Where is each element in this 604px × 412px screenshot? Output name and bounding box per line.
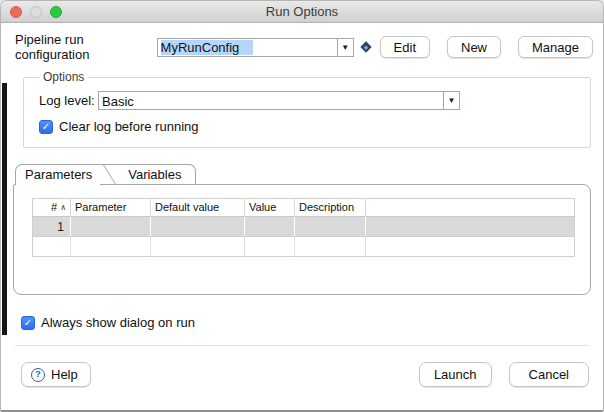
minimize-button[interactable]: [30, 6, 42, 18]
table-header-row: #∧ Parameter Default value Value Descrip…: [33, 199, 575, 217]
column-header-value[interactable]: Value: [245, 199, 295, 217]
always-show-checkbox[interactable]: ✓: [21, 316, 35, 330]
clear-log-checkbox[interactable]: ✓: [39, 120, 53, 134]
parameters-tab-area: Parameters Variables #∧ Parameter Defaul…: [13, 164, 591, 295]
parameters-panel: #∧ Parameter Default value Value Descrip…: [13, 184, 591, 295]
options-group: Options Log level: Basic ▼ ✓ Clear log b…: [23, 70, 591, 148]
cell-value[interactable]: [245, 217, 295, 237]
cell-description[interactable]: [295, 217, 366, 237]
column-header-parameter[interactable]: Parameter: [71, 199, 151, 217]
tab-variables[interactable]: Variables: [122, 165, 195, 185]
options-legend: Options: [39, 70, 88, 84]
parameters-table[interactable]: #∧ Parameter Default value Value Descrip…: [32, 198, 575, 257]
selected-text[interactable]: MyRunConfig: [161, 40, 254, 55]
run-config-combobox[interactable]: MyRunConfig ▼: [157, 38, 354, 57]
tab-separator: [100, 165, 122, 185]
close-button[interactable]: [10, 6, 22, 18]
pipeline-config-row: Pipeline run configuration MyRunConfig ▼…: [15, 32, 593, 62]
cell-filler: [366, 237, 575, 257]
edit-button[interactable]: Edit: [380, 36, 430, 58]
tab-parameters[interactable]: Parameters: [16, 165, 100, 185]
sort-ascending-icon: ∧: [60, 203, 66, 212]
column-header-default-value[interactable]: Default value: [151, 199, 245, 217]
run-options-dialog: Run Options Pipeline run configuration M…: [0, 0, 604, 412]
run-config-value[interactable]: MyRunConfig: [158, 39, 337, 55]
cancel-button[interactable]: Cancel: [509, 362, 589, 387]
cell-default-value[interactable]: [151, 217, 245, 237]
zoom-button[interactable]: [50, 6, 62, 18]
table-row[interactable]: 1: [33, 217, 575, 237]
pipeline-config-label: Pipeline run configuration: [15, 32, 153, 62]
help-button[interactable]: ? Help: [21, 362, 91, 387]
always-show-label: Always show dialog on run: [41, 315, 195, 330]
traffic-lights: [10, 6, 62, 18]
diamond-icon: [361, 42, 372, 53]
chevron-down-icon[interactable]: ▼: [443, 92, 459, 109]
footer-actions: Launch Cancel: [419, 362, 589, 387]
new-button[interactable]: New: [447, 36, 501, 58]
cell-num[interactable]: 1: [33, 217, 71, 237]
cell-parameter[interactable]: [71, 237, 151, 257]
column-header-description[interactable]: Description: [295, 199, 366, 217]
footer-divider: [15, 345, 589, 346]
tab-strip: Parameters Variables: [15, 164, 196, 185]
clear-log-row: ✓ Clear log before running: [39, 119, 580, 134]
launch-button[interactable]: Launch: [419, 362, 492, 387]
column-header-num[interactable]: #∧: [33, 199, 71, 217]
footer: ? Help Launch Cancel: [21, 362, 589, 387]
checkmark-icon: ✓: [24, 318, 32, 328]
title-bar[interactable]: Run Options: [1, 1, 603, 23]
cell-parameter[interactable]: [71, 217, 151, 237]
cell-num[interactable]: [33, 237, 71, 257]
help-button-label: Help: [51, 367, 78, 382]
tab-variables-label: Variables: [128, 167, 181, 182]
log-level-label: Log level:: [39, 93, 98, 108]
column-header-filler: [366, 199, 575, 217]
cell-filler: [366, 217, 575, 237]
log-level-value[interactable]: Basic: [99, 93, 443, 109]
config-buttons: Edit New Manage: [380, 36, 593, 58]
manage-button[interactable]: Manage: [518, 36, 593, 58]
question-mark-icon: ?: [31, 368, 45, 382]
cell-value[interactable]: [245, 237, 295, 257]
tab-parameters-label: Parameters: [25, 167, 92, 182]
diamond-shape: [360, 41, 371, 52]
cell-description[interactable]: [295, 237, 366, 257]
log-level-row: Log level: Basic ▼: [39, 91, 580, 110]
always-show-row: ✓ Always show dialog on run: [21, 315, 603, 330]
background-window-sliver: [2, 83, 7, 335]
checkmark-icon: ✓: [42, 122, 50, 132]
window-title: Run Options: [1, 4, 603, 19]
chevron-down-icon[interactable]: ▼: [337, 39, 353, 56]
cell-default-value[interactable]: [151, 237, 245, 257]
clear-log-label: Clear log before running: [59, 119, 198, 134]
log-level-combobox[interactable]: Basic ▼: [98, 91, 460, 110]
table-row-empty[interactable]: [33, 237, 575, 257]
